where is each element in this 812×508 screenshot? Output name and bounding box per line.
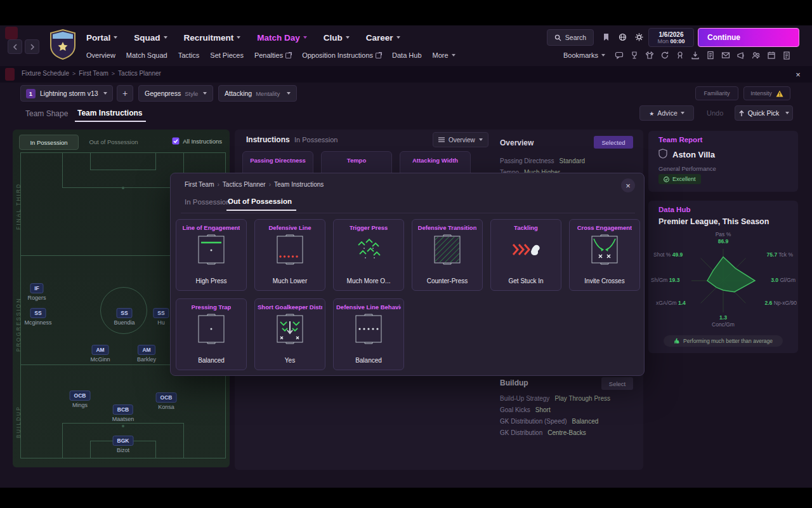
radar-pas-value: 86.9 <box>648 238 798 244</box>
pitch-tab-out-of-possession[interactable]: Out of Possession <box>80 135 147 149</box>
tab-team-instructions[interactable]: Team Instructions <box>77 109 142 117</box>
menu-recruitment[interactable]: Recruitment <box>184 33 241 43</box>
mentality-selector[interactable]: Attacking Mentality <box>218 85 297 102</box>
player-mcginness[interactable]: SSMcginness <box>24 308 51 326</box>
tactic-selector[interactable]: 1 Lightning storm v13 <box>20 85 113 102</box>
continue-button[interactable]: Continue <box>698 28 799 47</box>
all-instructions-toggle[interactable]: All Instructions <box>172 137 222 145</box>
trophy-icon[interactable] <box>628 49 641 62</box>
document-icon[interactable] <box>704 49 717 62</box>
search-button[interactable]: Search <box>547 29 594 46</box>
menu-portal[interactable]: Portal <box>86 33 117 43</box>
player-konsa[interactable]: OCBKonsa <box>156 392 177 410</box>
fm-application: Portal Squad Recruitment Match Day Club … <box>0 0 812 508</box>
download-icon[interactable] <box>689 49 702 62</box>
menu-match-day[interactable]: Match Day <box>257 33 307 43</box>
general-performance-label: General Performance <box>658 165 716 172</box>
player-buendia[interactable]: SSBuendia <box>114 308 134 326</box>
breadcrumb-tactics-planner[interactable]: Tactics Planner <box>118 70 161 77</box>
breadcrumb-separator <box>214 181 223 188</box>
modal-crumb-tactics-planner[interactable]: Tactics Planner <box>223 181 266 188</box>
subnav-opposition-instructions[interactable]: Opposition Instructions <box>302 51 381 59</box>
tab-team-shape[interactable]: Team Shape <box>25 109 68 118</box>
card-pressing-trap[interactable]: Pressing Trap Balanced <box>176 298 247 370</box>
player-barkley[interactable]: AMBarkley <box>137 345 156 363</box>
menu-career[interactable]: Career <box>366 33 400 43</box>
buildup-row: Goal KicksShort <box>500 406 551 413</box>
card-line-of-engagement[interactable]: Line of Engagement High Press <box>176 219 247 291</box>
radar-sh: Sh/Gm 19.3 <box>651 277 679 283</box>
modal-crumb-first-team[interactable]: First Team <box>185 181 214 188</box>
menu-squad[interactable]: Squad <box>134 33 167 43</box>
subnav-set-pieces[interactable]: Set Pieces <box>210 51 244 59</box>
intensity-indicator[interactable]: Intensity <box>743 86 790 100</box>
breadcrumb: Fixture Schedule First Team Tactics Plan… <box>22 70 161 77</box>
subnav-penalties[interactable]: Penalties <box>254 51 291 59</box>
breadcrumb-first-team[interactable]: First Team <box>79 70 108 77</box>
player-rogers[interactable]: IFRogers <box>27 283 46 301</box>
card-defensive-line-behaviour[interactable]: Defensive Line Behavio Balanced <box>333 298 404 370</box>
card-cross-engagement[interactable]: Cross Engagement Invite Crosses <box>569 219 640 291</box>
card-trigger-press[interactable]: Trigger Press Much More O... <box>333 219 404 291</box>
settings-button[interactable] <box>632 30 646 44</box>
forward-button[interactable] <box>25 39 39 54</box>
modal-active-tab-underline <box>226 210 296 211</box>
mail-icon[interactable] <box>719 49 732 62</box>
subnav-data-hub[interactable]: Data Hub <box>392 51 421 59</box>
globe-icon <box>619 33 627 41</box>
team-report-card[interactable]: Team Report Aston Villa General Performa… <box>648 131 798 192</box>
breadcrumb-separator <box>108 70 118 77</box>
users-icon[interactable] <box>750 49 763 62</box>
bookmarks-dropdown[interactable]: Bookmarks <box>563 51 605 60</box>
buildup-row: GK DistributionCentre-Backs <box>500 429 586 436</box>
card-short-goalkeeper-distribution[interactable]: Short Goalkeeper Distr Yes <box>254 298 325 370</box>
megaphone-icon[interactable] <box>735 49 747 62</box>
club-badge[interactable] <box>49 29 76 61</box>
player-mcginn[interactable]: AMMcGinn <box>90 345 110 363</box>
clipboard-icon[interactable] <box>780 49 793 62</box>
chevron-down-icon <box>785 112 789 114</box>
player-bizot[interactable]: BGKBizot <box>113 436 134 453</box>
game-date[interactable]: 1/6/2026 Mon 00:00 <box>648 28 694 47</box>
chevron-right-icon <box>30 44 35 50</box>
medal-icon[interactable] <box>674 49 686 62</box>
selected-button[interactable]: Selected <box>594 136 633 149</box>
player-partially-hidden[interactable]: SSHu <box>153 308 169 326</box>
refresh-icon[interactable] <box>658 49 671 62</box>
menu-club[interactable]: Club <box>324 33 350 43</box>
subnav-tactics[interactable]: Tactics <box>178 51 200 59</box>
data-hub-card[interactable]: Data Hub Premier League, This Season Pas… <box>648 201 798 353</box>
card-defensive-transition[interactable]: Defensive Transition Counter-Press <box>412 219 483 291</box>
modal-tab-in-possession[interactable]: In Possession <box>185 198 230 206</box>
subnav-overview[interactable]: Overview <box>86 51 115 59</box>
letterbox-bottom <box>0 488 812 508</box>
modal-close-button[interactable] <box>621 178 635 192</box>
undo-button[interactable]: Undo <box>707 109 723 117</box>
familiarity-indicator[interactable]: Familiarity <box>695 86 738 100</box>
card-tackling[interactable]: Tackling Get Stuck In <box>490 219 561 291</box>
breadcrumb-fixture-schedule[interactable]: Fixture Schedule <box>22 70 69 77</box>
buildup-select-button[interactable]: Select <box>601 377 633 390</box>
close-view-button[interactable] <box>792 68 804 81</box>
player-mings[interactable]: OCBMings <box>70 391 91 408</box>
subnav-match-squad[interactable]: Match Squad <box>126 51 167 59</box>
style-selector[interactable]: Gegenpress Style <box>138 85 213 102</box>
advice-button[interactable]: Advice <box>639 105 694 121</box>
quick-pick-button[interactable]: Quick Pick <box>735 105 793 121</box>
modal-crumb-team-instructions[interactable]: Team Instructions <box>274 181 324 188</box>
calendar-icon[interactable] <box>765 49 778 62</box>
subnav-more[interactable]: More <box>433 51 455 59</box>
pitch-tab-in-possession[interactable]: In Possession <box>19 135 79 150</box>
globe-button[interactable] <box>615 30 629 44</box>
modal-tab-out-of-possession[interactable]: Out of Possession <box>228 197 292 205</box>
add-tactic-button[interactable] <box>117 85 133 102</box>
player-maatsen[interactable]: BCBMaatsen <box>112 404 134 422</box>
flag-button[interactable] <box>599 30 613 44</box>
back-button[interactable] <box>8 39 22 54</box>
messages-icon[interactable] <box>613 49 625 62</box>
card-defensive-line[interactable]: Defensive Line Much Lower <box>254 219 325 291</box>
chevron-down-icon <box>114 36 117 39</box>
shirt-icon[interactable] <box>643 49 656 62</box>
instruction-cards-grid: Line of Engagement High Press Defensive … <box>176 219 640 370</box>
view-mode-dropdown[interactable]: Overview <box>433 132 488 147</box>
